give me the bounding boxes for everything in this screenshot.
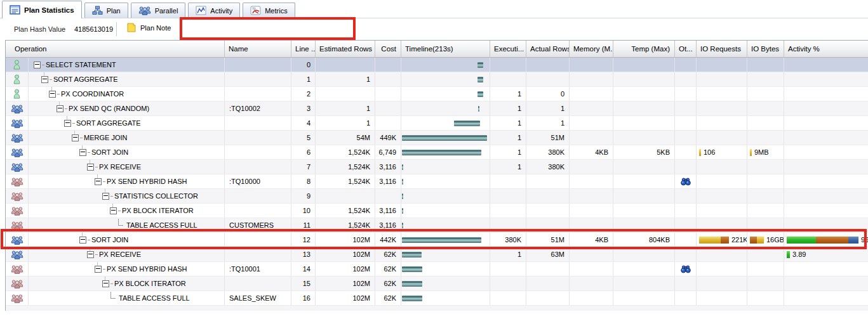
row-icon-cell [6, 131, 29, 145]
column-header-ot[interactable]: Ot... [675, 41, 697, 57]
name-cell [225, 145, 291, 159]
name-cell [225, 131, 291, 145]
tab-plan-statistics[interactable]: Plan Statistics [2, 1, 82, 18]
tab-parallel[interactable]: Parallel [131, 3, 186, 18]
plan-row-line-14[interactable]: PX SEND HYBRID HASH:TQ1000114102M62K [6, 262, 868, 277]
estimated-rows-cell: 1 [316, 72, 375, 86]
tree-expand-toggle[interactable] [41, 76, 48, 83]
memory-cell [570, 174, 613, 188]
column-header-temp-max[interactable]: Temp (Max) [613, 41, 675, 57]
io-requests-cell [697, 101, 747, 115]
tab-metrics[interactable]: 70Metrics [243, 3, 295, 18]
activity-cell [784, 189, 868, 203]
plan-row-line-0[interactable]: SELECT STATEMENT0 [6, 58, 868, 72]
cost-cell: 6,749 [375, 145, 401, 159]
column-header-estimated-rows[interactable]: Estimated Rows [316, 41, 375, 57]
parallel-group-red-icon [11, 279, 23, 289]
plan-row-line-5[interactable]: MERGE JOIN554M449K151M [6, 131, 868, 145]
plan-row-line-15[interactable]: PX BLOCK ITERATOR15102M62K [6, 277, 868, 291]
temp-cell [613, 72, 675, 86]
plan-row-line-1[interactable]: SORT AGGREGATE11 [6, 72, 868, 87]
tree-expand-toggle[interactable] [49, 91, 56, 98]
metrics-gauge-icon: 70 [250, 6, 261, 15]
name-cell [225, 116, 291, 130]
plan-row-line-11[interactable]: TABLE ACCESS FULLCUSTOMERS111,524K3,116 [6, 218, 868, 233]
parallel-group-red-icon [11, 221, 23, 230]
column-header-memory-m[interactable]: Memory (M... [570, 41, 613, 57]
tree-expand-toggle[interactable] [79, 237, 86, 244]
name-cell: :TQ10001 [225, 262, 291, 276]
tree-dash [72, 123, 75, 124]
tab-plan[interactable]: Plan [84, 3, 128, 18]
tree-expand-toggle[interactable] [102, 193, 109, 200]
tree-expand-toggle[interactable] [79, 149, 86, 156]
estimated-rows-cell: 102M [316, 262, 375, 276]
activity-bar [787, 251, 790, 258]
io-bytes-bar-segment-gold [757, 237, 764, 244]
plan-row-line-16[interactable]: TABLE ACCESS FULLSALES_SKEW16102M62K [6, 291, 868, 306]
plan-row-line-2[interactable]: PX COORDINATOR210 [6, 87, 868, 101]
name-cell [225, 189, 291, 203]
temp-cell [613, 116, 675, 130]
column-header-name[interactable]: Name [225, 41, 291, 57]
estimated-rows-cell [316, 87, 375, 101]
plan-row-line-6[interactable]: SORT JOIN61,524K6,7491380K4KB5KB1069MB [6, 145, 868, 160]
plan-row-line-8[interactable]: PX SEND HYBRID HASH:TQ1000081,524K3,116 [6, 174, 868, 189]
plan-row-line-9[interactable]: STATISTICS COLLECTOR9 [6, 189, 868, 204]
tree-expand-toggle[interactable] [110, 207, 117, 214]
tree-expand-toggle[interactable] [57, 105, 63, 112]
tree-expand-toggle[interactable] [102, 280, 109, 287]
operation-cell: SORT AGGREGATE [29, 116, 225, 130]
column-header-line[interactable]: Line ... [291, 41, 316, 57]
row-icon-cell [6, 174, 29, 188]
other-cell [675, 247, 697, 261]
cost-cell: 62K [375, 277, 401, 290]
column-header-operation[interactable]: Operation [6, 41, 225, 57]
actual-rows-cell: 63M [526, 247, 570, 261]
column-header-executi[interactable]: Executi... [490, 41, 526, 57]
plan-row-line-10[interactable]: PX BLOCK ITERATOR101,524K3,116 [6, 204, 868, 218]
temp-cell [613, 174, 675, 188]
io-bytes-cell [747, 131, 784, 145]
row-icon-cell [6, 189, 29, 203]
timeline-bar [402, 252, 422, 257]
operation-cell: STATISTICS COLLECTOR [29, 189, 225, 203]
row-icon-cell [6, 87, 29, 101]
plan-row-line-12[interactable]: SORT JOIN12102M442K380K51M4KB804KB221K16… [6, 233, 868, 247]
io-requests-cell [697, 189, 747, 203]
line-number-cell: 12 [291, 233, 316, 247]
other-cell [675, 72, 697, 86]
tree-expand-toggle[interactable] [72, 134, 79, 141]
column-header-io-requests[interactable]: IO Requests [697, 41, 747, 57]
timeline-cell [401, 262, 490, 276]
column-header-activity[interactable]: Activity % [784, 41, 868, 57]
plan-row-line-13[interactable]: PX RECEIVE13102M62K163M3.89 [6, 247, 868, 262]
plan-row-line-3[interactable]: PX SEND QC (RANDOM):TQ100023111 [6, 101, 868, 116]
tab-activity[interactable]: Activity [188, 3, 240, 18]
tree-expand-toggle[interactable] [95, 266, 102, 273]
estimated-rows-cell: 1,524K [316, 160, 375, 174]
executions-cell [490, 291, 526, 305]
column-header-cost[interactable]: Cost [375, 41, 401, 57]
io-requests-bar-segment-gold [699, 237, 721, 244]
table-header: OperationNameLine ...Estimated RowsCostT… [6, 41, 868, 58]
column-header-timeline-213s[interactable]: Timeline(213s) [401, 41, 490, 57]
plan-row-line-4[interactable]: SORT AGGREGATE4111 [6, 116, 868, 131]
plan-note-button[interactable]: Plan Note [126, 23, 171, 32]
io-requests-value: 221K [731, 236, 747, 244]
tree-expand-toggle[interactable] [87, 251, 94, 258]
tree-expand-toggle[interactable] [64, 120, 71, 127]
actual-rows-cell: 0 [526, 87, 570, 101]
tree-expand-toggle[interactable] [87, 164, 94, 171]
tree-expand-toggle[interactable] [34, 62, 41, 68]
line-number-cell: 13 [291, 247, 316, 261]
tree-expand-toggle[interactable] [95, 178, 102, 185]
timeline-bar [402, 179, 403, 185]
activity-cell [784, 72, 868, 86]
plan-row-line-7[interactable]: PX RECEIVE71,524K3,1161380K [6, 160, 868, 174]
column-header-io-bytes[interactable]: IO Bytes [747, 41, 784, 57]
executions-cell: 380K [490, 233, 526, 247]
io-requests-cell [697, 160, 747, 174]
column-header-actual-rows[interactable]: Actual Rows [526, 41, 570, 57]
operation-label: PX SEND QC (RANDOM) [69, 105, 149, 112]
